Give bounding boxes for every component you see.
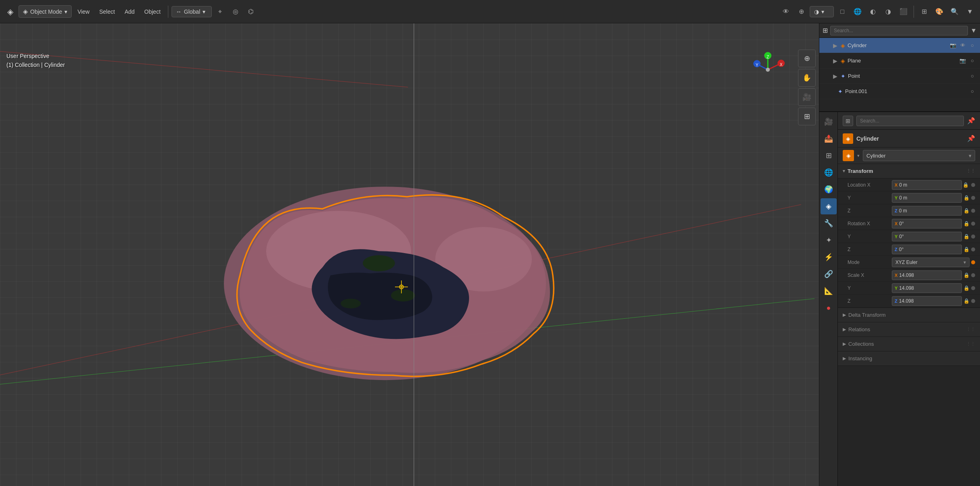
prop-sidebar: 🎥 📤 ⊞ 🌐 🌍 ◈ 🔧 ✦ ⚡ 🔗 📐 ● [819, 112, 838, 486]
outliner-header: ⊞ ▼ [819, 23, 980, 38]
loc-z-lock[interactable]: 🔒 [963, 208, 970, 214]
delta-transform-section[interactable]: ▶ Delta Transform [838, 308, 980, 322]
prop-particles-btn[interactable]: ✦ [821, 232, 837, 248]
scale-x-field[interactable]: X 14.098 [892, 270, 962, 280]
visibility-icon[interactable]: 👁 [779, 5, 793, 19]
prop-data-btn[interactable]: 📐 [821, 283, 837, 299]
rotation-z-field[interactable]: Z 0° [892, 245, 962, 254]
outliner-item-plane[interactable]: ▶ ◈ Plane 📷 ○ [819, 53, 980, 69]
x-axis-label: X [895, 183, 897, 187]
plane-camera-icon[interactable]: 📷 [958, 56, 967, 65]
scale-z-field[interactable]: Z 14.098 [892, 296, 962, 306]
outliner-item-point[interactable]: ▶ ✦ Point ○ [819, 69, 980, 84]
prop-constraints-btn[interactable]: 🔗 [821, 266, 837, 282]
point001-visibility-icon[interactable]: ○ [968, 87, 977, 96]
point-visibility-icon[interactable]: ○ [968, 72, 977, 81]
viewport[interactable]: User Perspective (1) Collection | Cylind… [0, 23, 819, 486]
outliner-filter-icon[interactable]: ▼ [970, 27, 977, 34]
outliner-item-point001[interactable]: ✦ Point.001 ○ [819, 84, 980, 99]
cylinder-camera-icon[interactable]: 📷 [949, 41, 957, 50]
prop-content: ⊞ 📌 ◈ Cylinder 📌 ◈ ▾ Cylinder ▾ [838, 112, 980, 486]
rotation-y-field[interactable]: Y 0° [892, 232, 962, 241]
menu-view[interactable]: View [73, 6, 93, 17]
menu-object[interactable]: Object [140, 6, 164, 17]
prop-search-input[interactable] [856, 116, 964, 126]
grab-btn[interactable]: ✋ [798, 69, 816, 87]
scale-y-lock[interactable]: 🔒 [963, 285, 970, 291]
point-expand-icon: ▶ [833, 73, 837, 79]
plane-label: Plane [848, 58, 957, 64]
prop-object-btn[interactable]: ◈ [821, 198, 837, 214]
relations-section[interactable]: ▶ Relations ⋮⋮ [838, 322, 980, 337]
viewport-shading[interactable]: ◑▾ [810, 6, 834, 17]
rx-axis-label: X [895, 221, 897, 226]
viewport-mode-3[interactable]: ◐ [866, 5, 880, 19]
prop-object-name: Cylinder [856, 135, 879, 142]
outliner-item-cylinder[interactable]: ▶ ◈ Cylinder 📷 👁 ○ [819, 38, 980, 53]
cylinder-visibility-icon[interactable]: ○ [968, 41, 977, 50]
viewport-mode-1[interactable]: □ [835, 5, 849, 19]
menu-add[interactable]: Add [120, 6, 139, 17]
scale-z-lock[interactable]: 🔒 [963, 298, 970, 304]
scale-y-field[interactable]: Y 14.098 [892, 283, 962, 293]
viewport-mode-2[interactable]: 🌐 [851, 5, 864, 19]
camera-btn[interactable]: 🎥 [798, 88, 816, 106]
viewport-mode-4[interactable]: ◑ [881, 5, 895, 19]
location-y-field[interactable]: Y 0 m [892, 193, 962, 203]
filter-icon[interactable]: ▼ [963, 5, 977, 19]
prop-world-btn[interactable]: 🌍 [821, 181, 837, 197]
prop-output-btn[interactable]: 📤 [821, 131, 837, 147]
plane-actions: 📷 ○ [958, 56, 977, 65]
location-x-field[interactable]: X 0 m [892, 180, 962, 190]
grid-btn[interactable]: ⊞ [798, 108, 816, 125]
transform-section-header[interactable]: ▾ Transform ⋮⋮ [838, 164, 980, 179]
snap-icon[interactable]: ⌖ [213, 5, 227, 19]
prop-pin-icon[interactable]: 📌 [967, 117, 975, 125]
prop-dropdown-arrow: ▾ [857, 153, 860, 158]
prop-render-btn[interactable]: 🎥 [821, 114, 837, 130]
transform-global-selector[interactable]: ↔ Global ▾ [172, 6, 212, 17]
loc-y-lock[interactable]: 🔒 [963, 195, 970, 201]
outliner-search[interactable] [830, 26, 968, 35]
transform-label: Global [184, 8, 200, 15]
rotation-x-field[interactable]: X 0° [892, 219, 962, 228]
collection-label: (1) Collection | Cylinder [6, 60, 65, 69]
prop-object-dropdown[interactable]: Cylinder ▾ [863, 150, 975, 161]
scale-x-lock[interactable]: 🔒 [963, 272, 970, 278]
viewport-mode-5[interactable]: ⬛ [897, 5, 910, 19]
rotation-mode-dropdown[interactable]: XYZ Euler ▾ [892, 258, 970, 267]
prop-physics-btn[interactable]: ⚡ [821, 249, 837, 265]
search-icon[interactable]: 🔍 [948, 5, 961, 19]
prop-lock-icon[interactable]: 📌 [967, 135, 975, 142]
prop-header-layout-icon[interactable]: ⊞ [843, 116, 853, 126]
zoom-btn[interactable]: ⊕ [798, 50, 816, 67]
editor-layout-icon[interactable]: ⊞ [917, 5, 931, 19]
prop-scene-btn[interactable]: 🌐 [821, 164, 837, 181]
proportional-edit-icon[interactable]: ◎ [229, 5, 242, 19]
point-label: Point [848, 73, 966, 79]
rot-x-lock[interactable]: 🔒 [963, 221, 970, 226]
collections-section[interactable]: ▶ Collections ⋮⋮ [838, 337, 980, 351]
rot-z-lock[interactable]: 🔒 [963, 247, 970, 252]
instancing-section[interactable]: ▶ Instancing [838, 351, 980, 366]
scale-z-value: 14.098 [899, 298, 914, 304]
toolbar-icon-3[interactable]: ⌬ [244, 5, 258, 19]
menu-select[interactable]: Select [95, 6, 119, 17]
editor-type-icon[interactable]: ◈ [3, 5, 17, 19]
rotation-z-label: Z [848, 247, 892, 252]
scale-x-dot [971, 273, 975, 277]
cylinder-render-icon[interactable]: 👁 [958, 41, 967, 50]
prop-view-layer-btn[interactable]: ⊞ [821, 147, 837, 164]
location-z-field[interactable]: Z 0 m [892, 206, 962, 216]
plane-visibility-icon[interactable]: ○ [968, 56, 977, 65]
mode-selector[interactable]: ◈ Object Mode ▾ [19, 5, 72, 18]
theme-icon[interactable]: 🎨 [932, 5, 946, 19]
y-axis-label: Y [895, 195, 897, 200]
prop-material-btn[interactable]: ● [821, 300, 837, 316]
prop-modifier-btn[interactable]: 🔧 [821, 215, 837, 231]
loc-x-lock[interactable]: 🔒 [963, 182, 969, 188]
overlay-icon[interactable]: ⊕ [794, 5, 808, 19]
rot-y-lock[interactable]: 🔒 [963, 234, 970, 239]
mode-icon: ◈ [23, 8, 28, 15]
gizmo[interactable]: Z X Y [750, 52, 786, 88]
